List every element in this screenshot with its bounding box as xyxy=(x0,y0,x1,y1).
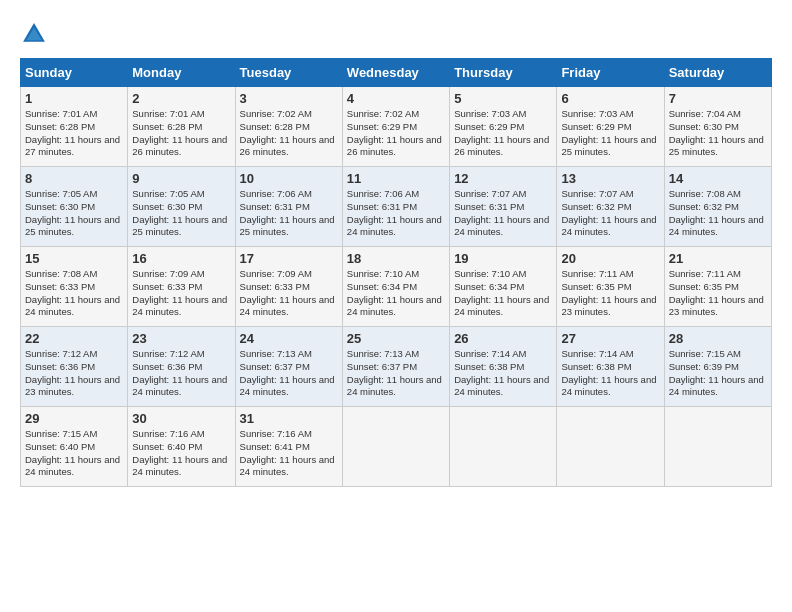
day-number: 18 xyxy=(347,251,445,266)
day-info: Sunrise: 7:08 AMSunset: 6:32 PMDaylight:… xyxy=(669,188,767,239)
day-info: Sunrise: 7:15 AMSunset: 6:39 PMDaylight:… xyxy=(669,348,767,399)
day-number: 10 xyxy=(240,171,338,186)
header-row: SundayMondayTuesdayWednesdayThursdayFrid… xyxy=(21,59,772,87)
calendar-cell: 3Sunrise: 7:02 AMSunset: 6:28 PMDaylight… xyxy=(235,87,342,167)
day-number: 7 xyxy=(669,91,767,106)
day-number: 9 xyxy=(132,171,230,186)
day-info: Sunrise: 7:03 AMSunset: 6:29 PMDaylight:… xyxy=(454,108,552,159)
calendar-cell: 4Sunrise: 7:02 AMSunset: 6:29 PMDaylight… xyxy=(342,87,449,167)
day-number: 20 xyxy=(561,251,659,266)
day-info: Sunrise: 7:16 AMSunset: 6:40 PMDaylight:… xyxy=(132,428,230,479)
calendar-cell: 23Sunrise: 7:12 AMSunset: 6:36 PMDayligh… xyxy=(128,327,235,407)
calendar-cell: 21Sunrise: 7:11 AMSunset: 6:35 PMDayligh… xyxy=(664,247,771,327)
day-info: Sunrise: 7:06 AMSunset: 6:31 PMDaylight:… xyxy=(240,188,338,239)
calendar-cell: 19Sunrise: 7:10 AMSunset: 6:34 PMDayligh… xyxy=(450,247,557,327)
day-info: Sunrise: 7:07 AMSunset: 6:31 PMDaylight:… xyxy=(454,188,552,239)
day-number: 3 xyxy=(240,91,338,106)
calendar-cell: 11Sunrise: 7:06 AMSunset: 6:31 PMDayligh… xyxy=(342,167,449,247)
day-number: 14 xyxy=(669,171,767,186)
day-number: 24 xyxy=(240,331,338,346)
day-info: Sunrise: 7:03 AMSunset: 6:29 PMDaylight:… xyxy=(561,108,659,159)
header-cell-monday: Monday xyxy=(128,59,235,87)
day-info: Sunrise: 7:12 AMSunset: 6:36 PMDaylight:… xyxy=(132,348,230,399)
day-info: Sunrise: 7:12 AMSunset: 6:36 PMDaylight:… xyxy=(25,348,123,399)
day-info: Sunrise: 7:10 AMSunset: 6:34 PMDaylight:… xyxy=(454,268,552,319)
calendar-cell: 16Sunrise: 7:09 AMSunset: 6:33 PMDayligh… xyxy=(128,247,235,327)
day-number: 5 xyxy=(454,91,552,106)
day-number: 31 xyxy=(240,411,338,426)
calendar-cell: 27Sunrise: 7:14 AMSunset: 6:38 PMDayligh… xyxy=(557,327,664,407)
calendar-cell: 25Sunrise: 7:13 AMSunset: 6:37 PMDayligh… xyxy=(342,327,449,407)
calendar-cell xyxy=(450,407,557,487)
day-info: Sunrise: 7:15 AMSunset: 6:40 PMDaylight:… xyxy=(25,428,123,479)
week-row-3: 15Sunrise: 7:08 AMSunset: 6:33 PMDayligh… xyxy=(21,247,772,327)
calendar-cell: 29Sunrise: 7:15 AMSunset: 6:40 PMDayligh… xyxy=(21,407,128,487)
header-cell-tuesday: Tuesday xyxy=(235,59,342,87)
calendar-cell: 31Sunrise: 7:16 AMSunset: 6:41 PMDayligh… xyxy=(235,407,342,487)
day-number: 4 xyxy=(347,91,445,106)
day-number: 26 xyxy=(454,331,552,346)
day-number: 21 xyxy=(669,251,767,266)
day-number: 25 xyxy=(347,331,445,346)
day-number: 16 xyxy=(132,251,230,266)
day-number: 13 xyxy=(561,171,659,186)
calendar-cell: 6Sunrise: 7:03 AMSunset: 6:29 PMDaylight… xyxy=(557,87,664,167)
week-row-5: 29Sunrise: 7:15 AMSunset: 6:40 PMDayligh… xyxy=(21,407,772,487)
day-info: Sunrise: 7:14 AMSunset: 6:38 PMDaylight:… xyxy=(561,348,659,399)
calendar-cell: 1Sunrise: 7:01 AMSunset: 6:28 PMDaylight… xyxy=(21,87,128,167)
logo-icon xyxy=(20,20,48,48)
day-number: 29 xyxy=(25,411,123,426)
calendar-cell: 17Sunrise: 7:09 AMSunset: 6:33 PMDayligh… xyxy=(235,247,342,327)
day-number: 30 xyxy=(132,411,230,426)
day-info: Sunrise: 7:02 AMSunset: 6:28 PMDaylight:… xyxy=(240,108,338,159)
calendar-table: SundayMondayTuesdayWednesdayThursdayFrid… xyxy=(20,58,772,487)
day-number: 12 xyxy=(454,171,552,186)
day-number: 6 xyxy=(561,91,659,106)
header-cell-saturday: Saturday xyxy=(664,59,771,87)
calendar-cell: 26Sunrise: 7:14 AMSunset: 6:38 PMDayligh… xyxy=(450,327,557,407)
day-info: Sunrise: 7:11 AMSunset: 6:35 PMDaylight:… xyxy=(561,268,659,319)
calendar-cell: 10Sunrise: 7:06 AMSunset: 6:31 PMDayligh… xyxy=(235,167,342,247)
day-number: 17 xyxy=(240,251,338,266)
day-number: 1 xyxy=(25,91,123,106)
day-number: 28 xyxy=(669,331,767,346)
day-info: Sunrise: 7:05 AMSunset: 6:30 PMDaylight:… xyxy=(25,188,123,239)
calendar-cell: 7Sunrise: 7:04 AMSunset: 6:30 PMDaylight… xyxy=(664,87,771,167)
day-info: Sunrise: 7:13 AMSunset: 6:37 PMDaylight:… xyxy=(240,348,338,399)
day-number: 11 xyxy=(347,171,445,186)
day-number: 23 xyxy=(132,331,230,346)
day-info: Sunrise: 7:16 AMSunset: 6:41 PMDaylight:… xyxy=(240,428,338,479)
calendar-cell: 2Sunrise: 7:01 AMSunset: 6:28 PMDaylight… xyxy=(128,87,235,167)
day-info: Sunrise: 7:04 AMSunset: 6:30 PMDaylight:… xyxy=(669,108,767,159)
calendar-cell: 8Sunrise: 7:05 AMSunset: 6:30 PMDaylight… xyxy=(21,167,128,247)
day-number: 15 xyxy=(25,251,123,266)
day-info: Sunrise: 7:07 AMSunset: 6:32 PMDaylight:… xyxy=(561,188,659,239)
calendar-cell: 12Sunrise: 7:07 AMSunset: 6:31 PMDayligh… xyxy=(450,167,557,247)
header-cell-sunday: Sunday xyxy=(21,59,128,87)
day-info: Sunrise: 7:05 AMSunset: 6:30 PMDaylight:… xyxy=(132,188,230,239)
day-info: Sunrise: 7:02 AMSunset: 6:29 PMDaylight:… xyxy=(347,108,445,159)
day-info: Sunrise: 7:11 AMSunset: 6:35 PMDaylight:… xyxy=(669,268,767,319)
logo xyxy=(20,20,52,48)
day-info: Sunrise: 7:01 AMSunset: 6:28 PMDaylight:… xyxy=(25,108,123,159)
calendar-cell xyxy=(342,407,449,487)
day-number: 22 xyxy=(25,331,123,346)
week-row-2: 8Sunrise: 7:05 AMSunset: 6:30 PMDaylight… xyxy=(21,167,772,247)
calendar-cell: 24Sunrise: 7:13 AMSunset: 6:37 PMDayligh… xyxy=(235,327,342,407)
day-info: Sunrise: 7:13 AMSunset: 6:37 PMDaylight:… xyxy=(347,348,445,399)
day-info: Sunrise: 7:09 AMSunset: 6:33 PMDaylight:… xyxy=(240,268,338,319)
week-row-4: 22Sunrise: 7:12 AMSunset: 6:36 PMDayligh… xyxy=(21,327,772,407)
day-number: 2 xyxy=(132,91,230,106)
day-number: 27 xyxy=(561,331,659,346)
calendar-cell: 13Sunrise: 7:07 AMSunset: 6:32 PMDayligh… xyxy=(557,167,664,247)
day-info: Sunrise: 7:10 AMSunset: 6:34 PMDaylight:… xyxy=(347,268,445,319)
calendar-cell xyxy=(664,407,771,487)
calendar-cell: 15Sunrise: 7:08 AMSunset: 6:33 PMDayligh… xyxy=(21,247,128,327)
calendar-cell: 5Sunrise: 7:03 AMSunset: 6:29 PMDaylight… xyxy=(450,87,557,167)
day-info: Sunrise: 7:08 AMSunset: 6:33 PMDaylight:… xyxy=(25,268,123,319)
day-number: 19 xyxy=(454,251,552,266)
calendar-cell: 20Sunrise: 7:11 AMSunset: 6:35 PMDayligh… xyxy=(557,247,664,327)
header-cell-friday: Friday xyxy=(557,59,664,87)
calendar-cell: 18Sunrise: 7:10 AMSunset: 6:34 PMDayligh… xyxy=(342,247,449,327)
calendar-cell xyxy=(557,407,664,487)
